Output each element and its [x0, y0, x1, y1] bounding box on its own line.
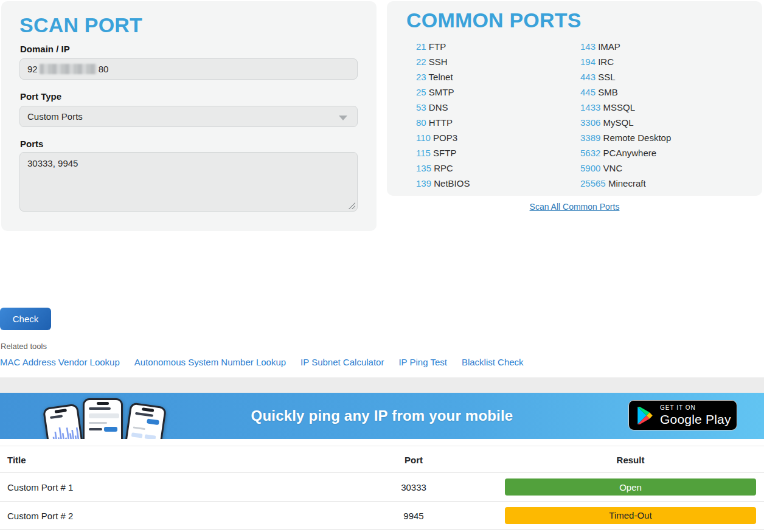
port-name: VNC: [603, 163, 623, 173]
common-ports-title: COMMON PORTS: [406, 9, 582, 32]
header-result: Result: [505, 454, 756, 465]
domain-ip-label: Domain / IP: [20, 44, 70, 54]
common-port-item: 110 POP3: [416, 130, 580, 145]
port-name: NetBIOS: [434, 178, 470, 188]
domain-ip-value-suffix: 80: [99, 64, 109, 74]
port-number: 1433: [580, 102, 600, 112]
port-name: Telnet: [429, 72, 453, 82]
table-row: Custom Port # 1 30333 Open: [0, 472, 764, 501]
port-name: SSH: [429, 57, 448, 67]
common-port-item: 23 Telnet: [416, 69, 580, 85]
port-name: FTP: [429, 41, 446, 52]
port-type-select[interactable]: Custom Ports: [19, 106, 358, 127]
scan-port-title: SCAN PORT: [19, 13, 142, 37]
port-number: 21: [416, 41, 426, 52]
common-port-item: 445 SMB: [580, 85, 745, 100]
chevron-down-icon: [339, 116, 347, 120]
port-name: POP3: [433, 133, 457, 143]
common-ports-column-left: 21 FTP 22 SSH 23 Telnet 25 SMTP 53 DNS 8…: [416, 39, 580, 191]
common-port-item: 1433 MSSQL: [580, 100, 745, 115]
port-number: 194: [580, 57, 596, 67]
link-mac-address-vendor-lookup[interactable]: MAC Address Vendor Lookup: [0, 357, 120, 367]
common-port-item: 21 FTP: [416, 39, 580, 54]
table-row: Custom Port # 2 9945 Timed-Out: [0, 501, 764, 530]
google-play-badge[interactable]: GET IT ON Google Play: [628, 400, 737, 430]
link-blacklist-check[interactable]: Blacklist Check: [462, 357, 524, 367]
header-title: Title: [7, 454, 26, 465]
domain-ip-value-prefix: 92: [27, 64, 38, 74]
port-type-selected-value: Custom Ports: [27, 111, 83, 122]
status-badge-open: Open: [505, 478, 756, 496]
ports-textarea[interactable]: 30333, 9945: [19, 152, 358, 212]
phone-notch: [97, 402, 109, 405]
common-port-item: 139 NetBIOS: [416, 176, 580, 191]
port-number: 115: [416, 148, 431, 158]
port-number: 135: [416, 163, 431, 173]
port-name: Remote Desktop: [603, 133, 672, 143]
port-number: 25565: [580, 178, 606, 188]
port-number: 3389: [580, 133, 600, 143]
port-number: 143: [580, 41, 596, 52]
result-title: Custom Port # 2: [7, 510, 73, 520]
google-play-icon: [637, 407, 653, 424]
common-port-item: 5900 VNC: [580, 161, 745, 176]
port-number: 445: [580, 87, 596, 97]
common-port-item: 135 RPC: [416, 161, 580, 176]
port-name: PCAnywhere: [603, 148, 657, 158]
result-title: Custom Port # 1: [7, 482, 73, 492]
scan-port-panel: SCAN PORT Domain / IP 9280 Port Type Cus…: [1, 1, 377, 231]
result-port: 30333: [377, 482, 450, 492]
common-port-item: 22 SSH: [416, 54, 580, 69]
port-number: 139: [416, 178, 431, 188]
port-number: 110: [416, 133, 431, 143]
port-name: SMB: [598, 87, 618, 97]
common-port-item: 443 SSL: [580, 69, 745, 85]
results-header-row: Title Port Result: [0, 446, 764, 472]
common-ports-column-right: 143 IMAP 194 IRC 443 SSL 445 SMB 1433 MS…: [580, 39, 745, 191]
scan-results-table: Title Port Result Custom Port # 1 30333 …: [0, 446, 764, 530]
phone-mockup-dns-propagation: [83, 398, 123, 439]
port-name: MSSQL: [603, 102, 636, 112]
port-number: 5900: [580, 163, 600, 173]
common-port-item: 53 DNS: [416, 100, 580, 115]
common-port-item: 80 HTTP: [416, 115, 580, 130]
domain-ip-input[interactable]: 9280: [19, 58, 358, 80]
ports-label: Ports: [20, 139, 43, 149]
check-button[interactable]: Check: [0, 308, 51, 330]
port-name: IMAP: [598, 41, 620, 52]
port-number: 22: [416, 57, 426, 67]
common-port-item: 115 SFTP: [416, 145, 580, 161]
port-name: SSL: [598, 72, 615, 82]
link-autonomous-system-number-lookup[interactable]: Autonomous System Number Lookup: [134, 357, 286, 367]
status-badge-timed-out: Timed-Out: [505, 507, 756, 524]
common-port-item: 25 SMTP: [416, 85, 580, 100]
port-name: IRC: [598, 57, 614, 67]
result-port: 9945: [377, 510, 450, 520]
header-port: Port: [377, 454, 450, 465]
port-name: SFTP: [433, 148, 456, 158]
port-name: DNS: [429, 102, 448, 112]
mobile-app-banner: Quickly ping any IP from your mobile GET…: [0, 393, 764, 439]
common-port-item: 194 IRC: [580, 54, 745, 69]
port-name: HTTP: [429, 117, 453, 128]
port-type-label: Port Type: [20, 91, 61, 102]
textarea-resize-handle-icon[interactable]: [348, 202, 355, 209]
related-tools-links: MAC Address Vendor Lookup Autonomous Sys…: [0, 357, 524, 367]
port-number: 3306: [580, 117, 600, 128]
port-name: RPC: [434, 163, 453, 173]
related-tools-label: Related tools: [1, 342, 47, 351]
port-number: 53: [416, 102, 426, 112]
common-ports-columns: 21 FTP 22 SSH 23 Telnet 25 SMTP 53 DNS 8…: [416, 39, 745, 191]
port-number: 23: [416, 72, 426, 82]
port-name: SMTP: [429, 87, 454, 97]
link-ip-subnet-calculator[interactable]: IP Subnet Calculator: [300, 357, 384, 367]
common-port-item: 5632 PCAnywhere: [580, 145, 745, 161]
port-name: MySQL: [603, 117, 634, 128]
scan-all-common-ports-link[interactable]: Scan All Common Ports: [530, 202, 620, 212]
common-ports-panel: COMMON PORTS 21 FTP 22 SSH 23 Telnet 25 …: [387, 1, 762, 196]
phone-notch: [142, 407, 155, 412]
link-ip-ping-test[interactable]: IP Ping Test: [398, 357, 447, 367]
common-port-item: 3306 MySQL: [580, 115, 745, 130]
common-port-item: 3389 Remote Desktop: [580, 130, 745, 145]
scan-all-common-ports-wrap: Scan All Common Ports: [387, 201, 762, 212]
